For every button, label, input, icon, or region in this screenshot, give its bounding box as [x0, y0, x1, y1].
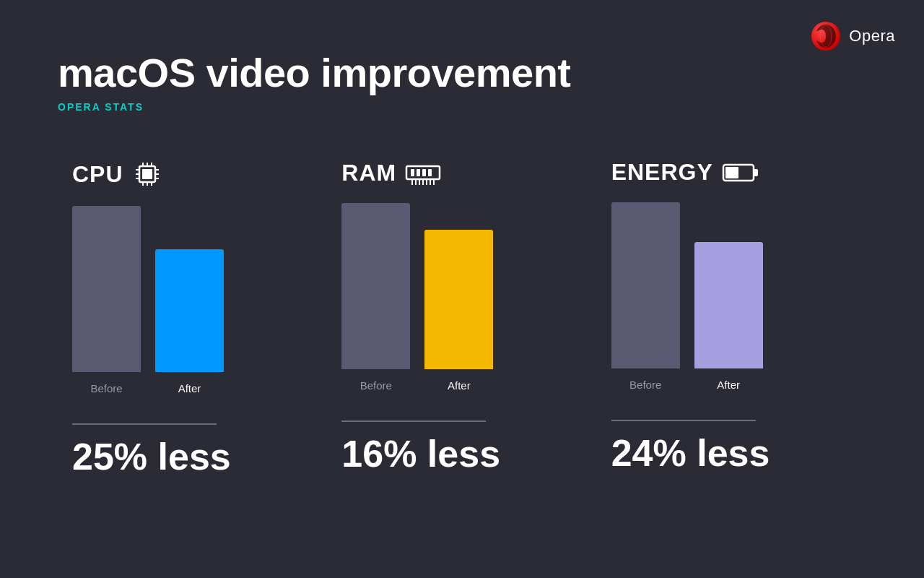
energy-header: ENERGY — [611, 159, 759, 186]
ram-after-bar — [424, 230, 493, 369]
cpu-header: CPU — [72, 159, 162, 189]
ram-header: RAM — [341, 159, 441, 186]
energy-stat-section: 24% less — [611, 420, 881, 475]
energy-stat-divider — [611, 420, 756, 421]
ram-stat-section: 16% less — [341, 420, 611, 475]
svg-rect-17 — [411, 169, 414, 176]
svg-rect-29 — [725, 167, 738, 178]
page-subtitle: OPERA STATS — [58, 101, 571, 113]
energy-bars: Before After — [611, 203, 763, 391]
ram-bars: Before After — [341, 204, 493, 392]
cpu-before-label: Before — [90, 382, 122, 394]
charts-container: CPU — [58, 159, 866, 478]
energy-after-bar — [694, 242, 763, 368]
svg-rect-19 — [422, 169, 426, 176]
ram-before-bar — [341, 203, 410, 369]
energy-after-group: After — [694, 242, 763, 391]
svg-rect-18 — [417, 169, 420, 176]
energy-before-group: Before — [611, 202, 680, 391]
ram-stat-divider — [341, 420, 486, 422]
energy-stat-value: 24% less — [611, 431, 881, 475]
page-title: macOS video improvement — [58, 51, 571, 95]
cpu-stat-value: 25% less — [72, 435, 341, 478]
energy-after-label: After — [717, 379, 740, 391]
cpu-after-label: After — [178, 382, 201, 394]
opera-logo: Opera — [810, 20, 895, 52]
cpu-before-bar — [72, 206, 141, 372]
ram-label: RAM — [341, 160, 396, 186]
ram-before-label: Before — [360, 379, 392, 392]
ram-stat-value: 16% less — [341, 432, 611, 475]
energy-before-label: Before — [629, 379, 661, 391]
svg-rect-3 — [142, 169, 152, 179]
cpu-stat-section: 25% less — [72, 423, 341, 478]
opera-name-text: Opera — [849, 27, 895, 46]
ram-before-group: Before — [341, 203, 410, 392]
ram-after-label: After — [448, 379, 471, 392]
cpu-section: CPU — [58, 159, 327, 478]
cpu-label: CPU — [72, 161, 123, 188]
energy-before-bar — [611, 202, 680, 368]
svg-rect-30 — [754, 169, 758, 176]
energy-label: ENERGY — [611, 159, 713, 186]
cpu-bars: Before After — [72, 207, 224, 394]
cpu-icon — [132, 159, 162, 189]
energy-section: ENERGY Before After 24% less — [597, 159, 866, 475]
ram-icon — [405, 159, 441, 186]
cpu-stat-divider — [72, 423, 217, 425]
cpu-before-group: Before — [72, 206, 141, 394]
opera-icon — [810, 20, 842, 52]
ram-after-group: After — [424, 230, 493, 392]
energy-icon — [722, 162, 759, 184]
cpu-after-bar — [155, 249, 224, 372]
page-header: macOS video improvement OPERA STATS — [58, 51, 571, 113]
svg-rect-20 — [428, 169, 432, 176]
ram-section: RAM Before — [327, 159, 596, 475]
cpu-after-group: After — [155, 249, 224, 394]
